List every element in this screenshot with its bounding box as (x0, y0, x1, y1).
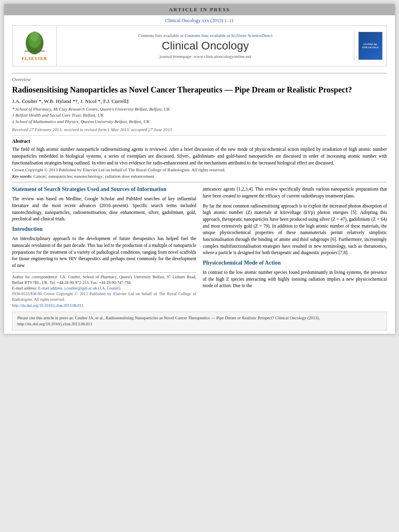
right-para1-text: anticancer agents [1,2,3,4]. This review… (203, 187, 387, 198)
copyright-line: Crown Copyright © 2013 Published by Else… (12, 167, 387, 172)
right-column: anticancer agents [1,2,3,4]. This review… (203, 186, 387, 308)
section-label: Overview (12, 77, 387, 83)
right-para2-text: By far the most common radiosensitising … (203, 203, 387, 255)
header-center: Contents lists available at Contents lis… (57, 31, 354, 61)
cite-box: Please cite this article in press as: Co… (12, 312, 387, 331)
right-para2: By far the most common radiosensitising … (203, 203, 387, 256)
affiliations: * School of Pharmacy, McClay Research Ce… (12, 106, 387, 125)
journal-title-header: Clinical Oncology (61, 39, 350, 52)
journal-logo-box: CLINICALONCOLOGY (354, 29, 387, 62)
keywords-text: Cancer; nanoparticles; nanotechnology; r… (33, 174, 154, 179)
top-divider (12, 73, 387, 74)
journal-ref: Clinical Oncology xxx (2013) 1–11 (4, 15, 395, 25)
author-note: Author for correspondence: J.A. Coulter,… (12, 274, 196, 286)
article-title: Radiosensitising Nanoparticles as Novel … (12, 84, 387, 95)
received-line: Received 27 February 2013; received in r… (12, 127, 387, 132)
elsevier-logo: ELSEVIER (12, 26, 57, 66)
abstract-text: The field of high atomic number nanopart… (12, 146, 387, 166)
keywords-line: Key words: Cancer; nanoparticles; nanote… (12, 174, 387, 179)
author-email: E-mail address: E-mail address: j.coulte… (12, 286, 196, 291)
abstract-body: The field of high atomic number nanopart… (12, 147, 387, 165)
article-in-press-banner: ARTICLE IN PRESS (4, 4, 395, 15)
email-label: E-mail address: (12, 286, 38, 290)
right-para1: anticancer agents [1,2,3,4]. This review… (203, 186, 387, 199)
cite-text: Please cite this article in press as: Co… (17, 316, 320, 326)
footer-copyright: 0936-6555/$36.00 Crown Copyright © 2013 … (12, 291, 196, 303)
journal-ref-text: Clinical Oncology xxx (2013) 1–11 (165, 18, 234, 23)
elsevier-tree-icon (21, 31, 49, 55)
body-divider (12, 182, 387, 183)
two-column-body: Statement of Search Strategies Used and … (12, 186, 387, 308)
header-box: ELSEVIER Contents lists available at Con… (12, 25, 387, 66)
affiliation-3: ‡ School of Mathematics and Physics, Que… (12, 119, 387, 125)
author-note-section: Author for correspondence: J.A. Coulter,… (12, 272, 196, 291)
authors-text: J.A. Coulter *, W.B. Hyland *†, J. Nicol… (12, 98, 129, 104)
footer-doi[interactable]: http://dx.doi.org/10.1016/j.clon.2013.06… (12, 303, 196, 309)
affiliation-1: * School of Pharmacy, McClay Research Ce… (12, 106, 387, 112)
authors-line: J.A. Coulter *, W.B. Hyland *†, J. Nicol… (12, 98, 387, 105)
section3-heading: Physicochemical Mode of Action (203, 259, 387, 267)
svg-point-3 (31, 31, 39, 42)
section2-heading: Introduction (12, 226, 196, 233)
section2-para: An interdisciplinary approach to the dev… (12, 235, 196, 269)
sciverse-line: Contents lists available at Contents lis… (61, 33, 350, 38)
elsevier-label: ELSEVIER (22, 56, 47, 61)
sciverse-link[interactable]: Contents lists available at SciVerse Sci… (185, 33, 272, 38)
right-para3: In contrast to the low atomic number spe… (203, 269, 387, 289)
banner-text: ARTICLE IN PRESS (169, 6, 230, 12)
abstract-title: Abstract (12, 138, 387, 144)
abstract-section: Abstract The field of high atomic number… (12, 138, 387, 179)
page: ARTICLE IN PRESS Clinical Oncology xxx (… (4, 4, 395, 334)
left-column: Statement of Search Strategies Used and … (12, 186, 196, 308)
journal-logo-icon: CLINICALONCOLOGY (358, 32, 383, 60)
affiliation-2: † Belfast Health and Social Care Trust, … (12, 112, 387, 118)
section1-heading: Statement of Search Strategies Used and … (12, 186, 196, 193)
abstract-divider-top (12, 135, 387, 136)
email-link[interactable]: E-mail address: j.coulter@qub.ac.uk (J.A… (38, 286, 121, 290)
section1-para: The review was based on Medline, Google … (12, 195, 196, 222)
content: Overview Radiosensitising Nanoparticles … (4, 66, 395, 308)
journal-homepage: journal homepage: www.clinicaloncologyon… (61, 54, 350, 59)
keywords-label: Key words: (12, 174, 32, 179)
